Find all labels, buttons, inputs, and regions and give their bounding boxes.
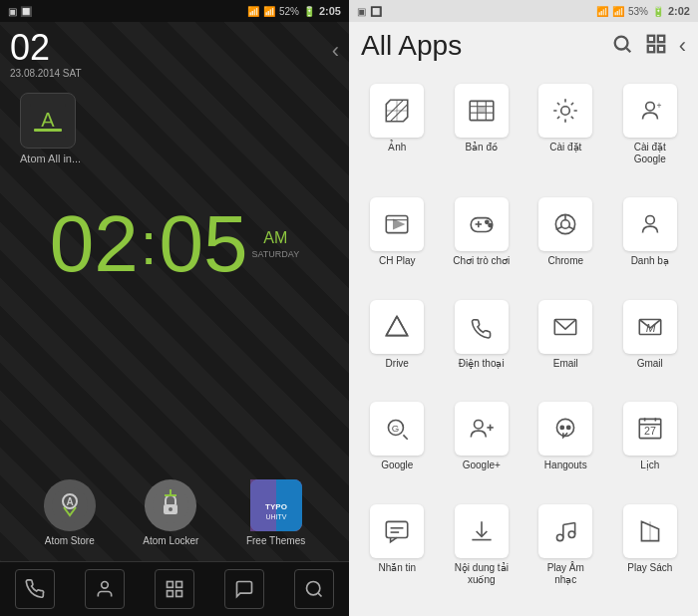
- app-calendar[interactable]: 27 Lịch: [610, 396, 691, 493]
- app-drive[interactable]: Drive: [357, 294, 438, 392]
- clock-day-label: SATURDAY: [251, 249, 299, 259]
- free-themes-label: Free Themes: [246, 535, 305, 546]
- svg-point-8: [169, 507, 173, 511]
- left-status-bar: ▣ 🔲 📶 📶 52% 🔋 2:05: [0, 0, 349, 22]
- bando-icon: [455, 84, 509, 138]
- googleplus-label: Google+: [463, 460, 501, 471]
- grid-icon[interactable]: [645, 33, 667, 60]
- app-chrome[interactable]: Chrome: [525, 191, 606, 289]
- svg-rect-24: [647, 45, 653, 51]
- app-googleplus[interactable]: Google+: [442, 396, 523, 493]
- svg-point-57: [474, 421, 483, 430]
- svg-text:+: +: [656, 101, 661, 111]
- nav-phone-button[interactable]: [15, 569, 55, 609]
- atom-app-label: Atom All in...: [20, 153, 81, 164]
- header-big-time: 02: [10, 30, 82, 66]
- app-downloads[interactable]: Nội dung tảixuống: [442, 498, 523, 608]
- svg-point-61: [560, 427, 563, 430]
- header-time-display: 02 23.08.2014 SAT: [10, 30, 82, 79]
- svg-rect-16: [168, 591, 174, 597]
- games-label: Chơi trò chơi: [453, 255, 510, 267]
- nav-messages-button[interactable]: [224, 569, 264, 609]
- svg-point-62: [567, 427, 570, 430]
- left-nav-bar: [0, 561, 349, 616]
- chplay-icon: [370, 197, 424, 251]
- app-chplay[interactable]: CH Play: [357, 191, 438, 289]
- nav-apps-button[interactable]: [155, 569, 194, 609]
- chrome-label: Chrome: [547, 255, 583, 267]
- dock-area: A Atom Store Atom Locker: [0, 469, 349, 556]
- svg-text:27: 27: [644, 426, 656, 438]
- svg-text:A: A: [66, 496, 73, 507]
- settings-icon: [538, 84, 592, 138]
- app-contacts[interactable]: Danh bạ: [610, 191, 691, 289]
- svg-marker-34: [394, 220, 404, 229]
- email-label: Email: [553, 358, 578, 370]
- svg-point-42: [561, 220, 570, 229]
- right-time: 2:02: [668, 5, 690, 17]
- downloads-icon: [455, 504, 509, 558]
- app-gmail[interactable]: M Gmail: [610, 294, 691, 392]
- header-action-icons: ‹: [611, 33, 686, 60]
- svg-text:G: G: [392, 423, 400, 434]
- svg-line-19: [318, 593, 322, 597]
- app-play-music[interactable]: Play Âmnhạc: [525, 498, 606, 608]
- app-messages[interactable]: Nhắn tin: [357, 498, 438, 608]
- app-play-books[interactable]: Play Sách: [610, 498, 691, 608]
- google-icon: G: [370, 402, 424, 456]
- svg-text:A: A: [41, 109, 55, 131]
- search-icon[interactable]: [611, 33, 633, 60]
- hangouts-icon: [538, 402, 592, 456]
- app-anh[interactable]: Ảnh: [357, 78, 438, 187]
- svg-point-40: [489, 224, 492, 227]
- svg-point-18: [307, 582, 320, 595]
- back-arrow-icon[interactable]: ‹: [332, 38, 339, 64]
- app-google[interactable]: G Google: [357, 396, 438, 493]
- chplay-label: CH Play: [379, 255, 416, 267]
- header-date: 23.08.2014 SAT: [10, 68, 82, 79]
- svg-rect-68: [387, 521, 408, 537]
- clock-min: 05: [160, 204, 248, 284]
- app-google-settings[interactable]: + Cài đặtGoogle: [610, 78, 691, 187]
- games-icon: [455, 197, 509, 251]
- hangouts-label: Hangouts: [544, 460, 587, 471]
- calendar-label: Lịch: [640, 460, 659, 471]
- free-themes-icon: TYPO UHITV: [250, 479, 302, 531]
- atom-app-icon[interactable]: A: [20, 93, 76, 149]
- right-battery-icon: 🔋: [652, 6, 664, 17]
- dock-free-themes[interactable]: TYPO UHITV Free Themes: [246, 479, 305, 546]
- svg-point-20: [614, 36, 627, 49]
- play-music-icon: [538, 504, 592, 558]
- app-email[interactable]: Email: [525, 294, 606, 392]
- svg-rect-14: [168, 582, 174, 588]
- app-settings[interactable]: Cài đặt: [525, 78, 606, 187]
- phone-icon: [455, 300, 509, 354]
- left-panel: ▣ 🔲 📶 📶 52% 🔋 2:05 02 23.08.2014 SAT ‹ A…: [0, 0, 349, 616]
- atom-app-section: A Atom All in...: [0, 83, 349, 174]
- google-settings-label: Cài đặtGoogle: [634, 142, 666, 165]
- contacts-label: Danh bạ: [631, 255, 669, 267]
- battery-percent-left: 52%: [279, 6, 299, 17]
- svg-line-76: [563, 522, 575, 524]
- nav-contacts-button[interactable]: [85, 569, 125, 609]
- right-notification-icons: ▣: [357, 6, 366, 17]
- app-hangouts[interactable]: Hangouts: [525, 396, 606, 493]
- svg-line-55: [404, 436, 408, 440]
- svg-text:M: M: [645, 321, 655, 334]
- clock-widget: 02 : 05 AM SATURDAY: [50, 194, 299, 294]
- app-bando[interactable]: Bản đồ: [442, 78, 523, 187]
- googleplus-icon: [455, 402, 509, 456]
- right-signal-icon: 📶: [612, 6, 624, 17]
- clock-colon: :: [141, 214, 158, 274]
- dock-atom-locker[interactable]: Atom Locker: [143, 479, 198, 546]
- svg-point-46: [645, 216, 654, 225]
- nav-search-button[interactable]: [294, 569, 334, 609]
- svg-text:TYPO: TYPO: [265, 502, 287, 511]
- phone-label: Điện thoại: [459, 358, 505, 370]
- back-icon[interactable]: ‹: [679, 33, 686, 59]
- dock-atom-store[interactable]: A Atom Store: [44, 479, 96, 546]
- drive-icon: [370, 300, 424, 354]
- app-phone[interactable]: Điện thoại: [442, 294, 523, 392]
- clock-hour: 02: [50, 204, 139, 284]
- app-games[interactable]: Chơi trò chơi: [442, 191, 523, 289]
